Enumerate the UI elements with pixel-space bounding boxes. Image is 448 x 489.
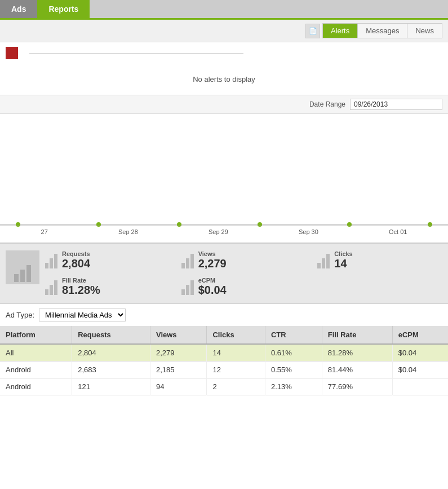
chart-label-1: Sep 28 [118, 228, 138, 235]
stat-clicks: Clicks 14 [317, 250, 442, 270]
clicks-label: Clicks [334, 250, 352, 257]
ad-type-select[interactable]: Millennial Media Ads Third Party Ads [39, 309, 126, 321]
views-label: Views [198, 250, 227, 257]
chart-labels: 27 Sep 28 Sep 29 Sep 30 Oct 01 [0, 226, 448, 235]
cell-clicks-2: 2 [207, 378, 265, 395]
stat-requests: Requests 2,804 [45, 250, 170, 270]
col-platform: Platform [0, 326, 72, 344]
requests-text: Requests 2,804 [62, 250, 90, 270]
chart-label-4: Oct 01 [389, 228, 407, 235]
cell-ctr-0: 0.61% [265, 344, 322, 362]
cell-platform-1: Android [0, 362, 72, 378]
fill-rate-label: Fill Rate [62, 277, 100, 284]
no-alerts-text: No alerts to display [0, 64, 448, 95]
stat-ecpm: eCPM $0.04 [181, 277, 307, 297]
chart-label-0: 27 [41, 228, 48, 235]
cell-ctr-1: 0.55% [265, 362, 322, 378]
cell-fillrate-2: 77.69% [322, 378, 392, 395]
alert-header [0, 42, 448, 64]
stat-fill-rate: Fill Rate 81.28% [45, 277, 170, 297]
cell-fillrate-0: 81.28% [322, 344, 392, 362]
clicks-icon [317, 253, 330, 268]
stats-grid: Requests 2,804 Views 2,279 Clicks [45, 250, 442, 297]
ad-type-row: Ad Type: Millennial Media Ads Third Part… [0, 304, 448, 326]
top-navigation: Ads Reports [0, 0, 448, 20]
ad-type-label: Ad Type: [6, 311, 34, 319]
cell-platform-2: Android [0, 378, 72, 395]
date-range-input[interactable] [350, 99, 442, 110]
chart-timeline: 27 Sep 28 Sep 29 Sep 30 Oct 01 [0, 226, 448, 243]
cell-fillrate-1: 81.44% [322, 362, 392, 378]
requests-icon [45, 253, 57, 268]
ecpm-label: eCPM [198, 277, 227, 284]
cell-clicks-1: 12 [207, 362, 265, 378]
cell-views-2: 94 [150, 378, 207, 395]
cell-ecpm-1: $0.04 [392, 362, 448, 378]
views-icon [181, 253, 194, 268]
stats-chart-icon [6, 250, 39, 284]
tab-ads[interactable]: Ads [0, 0, 37, 18]
tab-messages[interactable]: Messages [358, 24, 407, 38]
cell-platform-0: All [0, 344, 72, 362]
chart-label-3: Sep 30 [299, 228, 318, 235]
cell-ecpm-2 [392, 378, 448, 395]
col-requests: Requests [72, 326, 150, 344]
alerts-panel: No alerts to display [0, 42, 448, 95]
ecpm-value: $0.04 [198, 284, 227, 296]
requests-value: 2,804 [62, 257, 90, 270]
table-row: Android 2,683 2,185 12 0.55% 81.44% $0.0… [0, 362, 448, 378]
fill-rate-text: Fill Rate 81.28% [62, 277, 100, 297]
col-ctr: CTR [265, 326, 322, 344]
cell-ecpm-0: $0.04 [392, 344, 448, 362]
ecpm-text: eCPM $0.04 [198, 277, 227, 297]
stat-views: Views 2,279 [181, 250, 307, 270]
ecpm-icon [181, 279, 194, 295]
toolbar: 📄 Alerts Messages News [0, 20, 448, 42]
col-ecpm: eCPM [392, 326, 448, 344]
date-range-row: Date Range [0, 95, 448, 114]
alert-tabs: Alerts Messages News [322, 23, 442, 38]
cell-requests-1: 2,683 [72, 362, 150, 378]
chart-area: 27 Sep 28 Sep 29 Sep 30 Oct 01 [0, 114, 448, 244]
col-clicks: Clicks [207, 326, 265, 344]
col-fill-rate: Fill Rate [322, 326, 392, 344]
alert-indicator [6, 47, 18, 59]
tab-news[interactable]: News [407, 24, 442, 38]
views-value: 2,279 [198, 257, 227, 270]
cell-requests-2: 121 [72, 378, 150, 395]
alert-divider [29, 53, 243, 54]
document-icon[interactable]: 📄 [305, 24, 320, 38]
table-row: All 2,804 2,279 14 0.61% 81.28% $0.04 [0, 344, 448, 362]
tab-reports[interactable]: Reports [37, 0, 90, 18]
chart-label-2: Sep 29 [209, 228, 228, 235]
clicks-text: Clicks 14 [334, 250, 352, 270]
table-row: Android 121 94 2 2.13% 77.69% [0, 378, 448, 395]
table-body: All 2,804 2,279 14 0.61% 81.28% $0.04 An… [0, 344, 448, 395]
cell-views-0: 2,279 [150, 344, 207, 362]
fill-rate-icon [45, 279, 57, 295]
cell-ctr-2: 2.13% [265, 378, 322, 395]
cell-views-1: 2,185 [150, 362, 207, 378]
tab-alerts[interactable]: Alerts [323, 24, 358, 38]
table-header: Platform Requests Views Clicks CTR Fill … [0, 326, 448, 344]
date-range-label: Date Range [309, 100, 345, 108]
fill-rate-value: 81.28% [62, 284, 100, 296]
clicks-value: 14 [334, 257, 347, 270]
cell-clicks-0: 14 [207, 344, 265, 362]
chart-baseline [0, 224, 448, 224]
col-views: Views [150, 326, 207, 344]
requests-label: Requests [62, 250, 90, 257]
stats-panel: Requests 2,804 Views 2,279 Clicks [0, 244, 448, 304]
cell-requests-0: 2,804 [72, 344, 150, 362]
data-table: Platform Requests Views Clicks CTR Fill … [0, 326, 448, 395]
views-text: Views 2,279 [198, 250, 227, 270]
table-header-row: Platform Requests Views Clicks CTR Fill … [0, 326, 448, 344]
